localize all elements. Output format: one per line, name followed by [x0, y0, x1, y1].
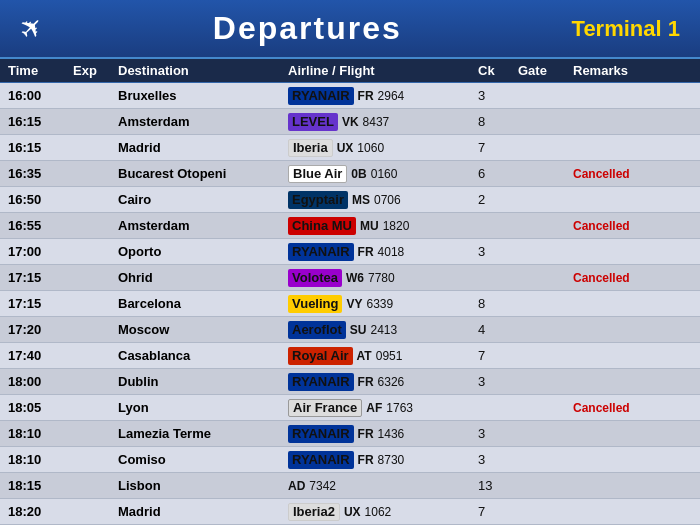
airline-badge: Blue Air: [288, 165, 347, 183]
flight-time: 18:10: [8, 426, 73, 441]
flight-destination: Bruxelles: [118, 88, 288, 103]
airline-badge: China MU: [288, 217, 356, 235]
flight-destination: Barcelona: [118, 296, 288, 311]
flight-destination: Moscow: [118, 322, 288, 337]
departures-board: ✈ Departures Terminal 1 Time Exp Destina…: [0, 0, 700, 525]
table-row: 16:00 Bruxelles RYANAIR FR 2964 3: [0, 83, 700, 109]
flight-number: 6326: [378, 375, 405, 389]
table-row: 16:15 Madrid Iberia UX 1060 7: [0, 135, 700, 161]
header-left: ✈: [20, 12, 43, 45]
flight-airline-info: Blue Air 0B 0160: [288, 165, 478, 183]
flight-airline-info: Vueling VY 6339: [288, 295, 478, 313]
flight-remarks: Cancelled: [573, 167, 658, 181]
flight-destination: Ohrid: [118, 270, 288, 285]
flight-number: 4018: [378, 245, 405, 259]
flight-destination: Dublin: [118, 374, 288, 389]
flight-code: AF: [366, 401, 382, 415]
flight-airline-info: RYANAIR FR 2964: [288, 87, 478, 105]
flight-remarks: Cancelled: [573, 271, 658, 285]
flight-airline-info: Egyptair MS 0706: [288, 191, 478, 209]
flight-airline-info: RYANAIR FR 6326: [288, 373, 478, 391]
table-row: 17:15 Ohrid Volotea W6 7780 Cancelled: [0, 265, 700, 291]
flight-time: 17:15: [8, 270, 73, 285]
flight-number: 0160: [371, 167, 398, 181]
flight-time: 17:15: [8, 296, 73, 311]
airline-badge: RYANAIR: [288, 87, 354, 105]
table-row: 17:40 Casablanca Royal Air AT 0951 7: [0, 343, 700, 369]
table-row: 16:35 Bucarest Otopeni Blue Air 0B 0160 …: [0, 161, 700, 187]
flight-ck: 3: [478, 452, 518, 467]
flight-destination: Casablanca: [118, 348, 288, 363]
flight-destination: Cairo: [118, 192, 288, 207]
flight-airline-info: AD 7342: [288, 479, 478, 493]
flight-code: UX: [337, 141, 354, 155]
table-row: 16:55 Amsterdam China MU MU 1820 Cancell…: [0, 213, 700, 239]
table-row: 18:15 Lisbon AD 7342 13: [0, 473, 700, 499]
flight-number: 1060: [357, 141, 384, 155]
airline-badge: Vueling: [288, 295, 342, 313]
flight-number: 2413: [371, 323, 398, 337]
table-row: 16:50 Cairo Egyptair MS 0706 2: [0, 187, 700, 213]
col-exp: Exp: [73, 63, 118, 78]
flight-destination: Amsterdam: [118, 114, 288, 129]
flight-number: 0951: [376, 349, 403, 363]
airline-badge: LEVEL: [288, 113, 338, 131]
flight-destination: Lyon: [118, 400, 288, 415]
flight-time: 17:00: [8, 244, 73, 259]
flight-time: 18:10: [8, 452, 73, 467]
flight-airline-info: Royal Air AT 0951: [288, 347, 478, 365]
flight-time: 18:15: [8, 478, 73, 493]
flight-code: MS: [352, 193, 370, 207]
table-row: 17:20 Moscow Aeroflot SU 2413 4: [0, 317, 700, 343]
table-row: 17:00 Oporto RYANAIR FR 4018 3: [0, 239, 700, 265]
flight-ck: 3: [478, 426, 518, 441]
flight-code: SU: [350, 323, 367, 337]
flight-ck: 8: [478, 296, 518, 311]
flight-airline-info: RYANAIR FR 1436: [288, 425, 478, 443]
airline-badge: Iberia2: [288, 503, 340, 521]
flight-time: 18:00: [8, 374, 73, 389]
flight-code: FR: [358, 427, 374, 441]
terminal-label: Terminal 1: [572, 16, 680, 42]
flight-airline-info: Iberia2 UX 1062: [288, 503, 478, 521]
flight-airline-info: LEVEL VK 8437: [288, 113, 478, 131]
flight-time: 18:05: [8, 400, 73, 415]
flight-airline-info: Aeroflot SU 2413: [288, 321, 478, 339]
airline-badge: RYANAIR: [288, 373, 354, 391]
flight-ck: 3: [478, 244, 518, 259]
flight-number: 6339: [366, 297, 393, 311]
flight-code: UX: [344, 505, 361, 519]
flight-number: 7780: [368, 271, 395, 285]
flight-ck: 6: [478, 166, 518, 181]
flight-time: 17:20: [8, 322, 73, 337]
flight-airline-info: Air France AF 1763: [288, 399, 478, 417]
table-row: 18:05 Lyon Air France AF 1763 Cancelled: [0, 395, 700, 421]
airline-badge: Volotea: [288, 269, 342, 287]
flight-ck: 13: [478, 478, 518, 493]
flight-number: 1820: [383, 219, 410, 233]
flight-code: FR: [358, 453, 374, 467]
flight-destination: Comiso: [118, 452, 288, 467]
flight-code: 0B: [351, 167, 366, 181]
flight-airline-info: China MU MU 1820: [288, 217, 478, 235]
flight-number: 8730: [378, 453, 405, 467]
flight-code: W6: [346, 271, 364, 285]
board-header: ✈ Departures Terminal 1: [0, 0, 700, 59]
flight-number: 1436: [378, 427, 405, 441]
table-row: 18:20 Madrid Iberia2 UX 1062 7: [0, 499, 700, 525]
flight-code: AD: [288, 479, 305, 493]
board-title: Departures: [43, 10, 572, 47]
flight-code: MU: [360, 219, 379, 233]
flight-destination: Bucarest Otopeni: [118, 166, 288, 181]
flight-airline-info: Volotea W6 7780: [288, 269, 478, 287]
flight-time: 16:55: [8, 218, 73, 233]
flight-time: 16:50: [8, 192, 73, 207]
flight-number: 2964: [378, 89, 405, 103]
table-row: 18:10 Lamezia Terme RYANAIR FR 1436 3: [0, 421, 700, 447]
table-row: 18:10 Comiso RYANAIR FR 8730 3: [0, 447, 700, 473]
flight-code: VK: [342, 115, 359, 129]
flight-ck: 3: [478, 88, 518, 103]
flight-number: 1763: [386, 401, 413, 415]
flight-number: 8437: [363, 115, 390, 129]
flight-destination: Amsterdam: [118, 218, 288, 233]
